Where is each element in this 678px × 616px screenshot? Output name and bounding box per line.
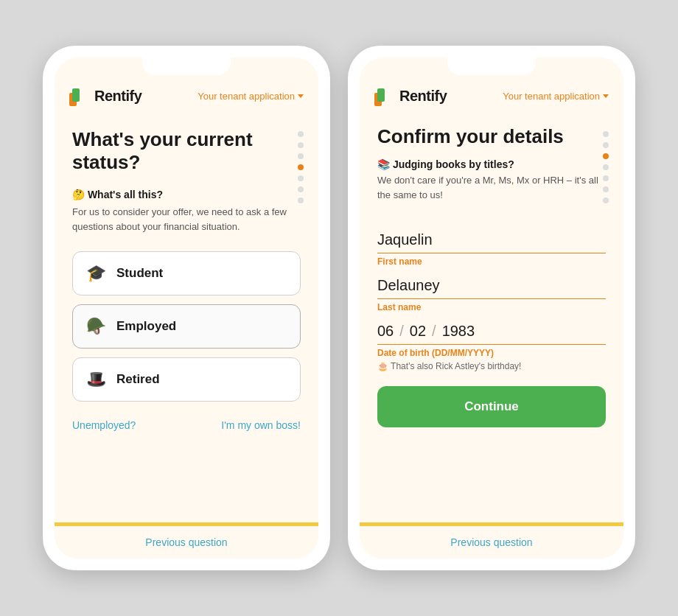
- dob-note: 🎂 That's also Rick Astley's birthday!: [377, 361, 606, 371]
- rdot-3-active: [603, 153, 609, 159]
- rdot-6: [603, 186, 609, 192]
- rdot-1: [603, 131, 609, 137]
- first-name-field: Jaquelin First name: [377, 231, 606, 267]
- left-logo-text: Rentify: [94, 88, 141, 105]
- dot-3: [298, 153, 304, 159]
- last-name-field: Delauney Last name: [377, 277, 606, 312]
- left-tenant-app-button[interactable]: Your tenant application: [198, 91, 304, 102]
- employed-label: Employed: [116, 319, 176, 334]
- dot-7: [298, 197, 304, 203]
- employed-option[interactable]: 🪖 Employed: [72, 304, 301, 349]
- left-info-text: For us to consider your offer, we need t…: [72, 205, 301, 234]
- rdot-5: [603, 175, 609, 181]
- first-name-label: First name: [377, 256, 606, 267]
- dot-5: [298, 175, 304, 181]
- left-content: What's your current status? 🤔 What's all…: [55, 113, 318, 522]
- left-tenant-app-label: Your tenant application: [198, 91, 295, 102]
- right-notch: [447, 57, 536, 75]
- right-tenant-app-button[interactable]: Your tenant application: [503, 91, 609, 102]
- dob-field: 06 / 02 / 1983 Date of birth (DD/MM/YYYY…: [377, 323, 606, 371]
- left-header: Rentify Your tenant application: [55, 75, 318, 113]
- dot-4-active: [298, 164, 304, 170]
- right-info-box: 📚 Judging books by titles? We don't care…: [377, 158, 606, 202]
- unemployed-link[interactable]: Unemployed?: [72, 419, 136, 431]
- dob-yyyy: 1983: [442, 323, 475, 340]
- employed-emoji: 🪖: [86, 317, 106, 336]
- right-tenant-app-label: Your tenant application: [503, 91, 600, 102]
- right-info-title: 📚 Judging books by titles?: [377, 158, 606, 170]
- right-header: Rentify Your tenant application: [360, 75, 623, 113]
- retired-emoji: 🎩: [86, 370, 106, 389]
- left-chevron-down-icon: [298, 94, 304, 98]
- right-logo-text: Rentify: [399, 88, 447, 105]
- left-logo-area: Rentify: [69, 85, 141, 106]
- left-prev-question[interactable]: Previous question: [55, 526, 318, 559]
- right-info-text: We don't care if you're a Mr, Ms, Mx or …: [377, 173, 606, 202]
- retired-label: Retired: [116, 372, 160, 387]
- right-content: Confirm your details 📚 Judging books by …: [360, 113, 623, 522]
- notch: [142, 57, 231, 75]
- dot-6: [298, 186, 304, 192]
- left-info-box: 🤔 What's all this? For us to consider yo…: [72, 189, 301, 234]
- right-page-title: Confirm your details: [377, 125, 606, 148]
- left-bottom-links: Unemployed? I'm my own boss!: [72, 419, 301, 440]
- left-page-title: What's your current status?: [72, 128, 301, 174]
- dot-2: [298, 142, 304, 148]
- student-option[interactable]: 🎓 Student: [72, 251, 301, 295]
- dob-mm: 02: [410, 323, 426, 340]
- status-options: 🎓 Student 🪖 Employed 🎩 Retired: [72, 251, 301, 402]
- left-info-title: 🤔 What's all this?: [72, 189, 301, 200]
- first-name-value: Jaquelin: [377, 231, 606, 253]
- dob-sep-2: /: [432, 323, 436, 340]
- student-emoji: 🎓: [86, 264, 106, 283]
- rdot-7: [603, 197, 609, 203]
- dob-sep-1: /: [399, 323, 404, 340]
- left-logo-icon: [69, 85, 90, 106]
- dob-label: Date of birth (DD/MM/YYYY): [377, 348, 606, 358]
- student-label: Student: [116, 266, 163, 281]
- dob-dd: 06: [377, 323, 394, 340]
- right-phone: Rentify Your tenant application Confirm …: [348, 46, 635, 570]
- right-prev-question[interactable]: Previous question: [360, 526, 623, 559]
- continue-button[interactable]: Continue: [377, 386, 606, 427]
- rdot-4: [603, 164, 609, 170]
- retired-option[interactable]: 🎩 Retired: [72, 357, 301, 402]
- dob-row: 06 / 02 / 1983: [377, 323, 606, 345]
- svg-rect-1: [72, 88, 80, 102]
- right-progress-dots: [603, 131, 609, 203]
- own-boss-link[interactable]: I'm my own boss!: [221, 419, 301, 431]
- rdot-2: [603, 142, 609, 148]
- left-progress-dots: [298, 131, 304, 203]
- last-name-label: Last name: [377, 302, 606, 312]
- right-logo-area: Rentify: [374, 85, 447, 106]
- right-logo-icon: [374, 85, 395, 106]
- dot-1: [298, 131, 304, 137]
- svg-rect-3: [377, 88, 385, 102]
- last-name-value: Delauney: [377, 277, 606, 299]
- left-phone: Rentify Your tenant application What's y…: [43, 46, 330, 570]
- right-chevron-down-icon: [603, 94, 609, 98]
